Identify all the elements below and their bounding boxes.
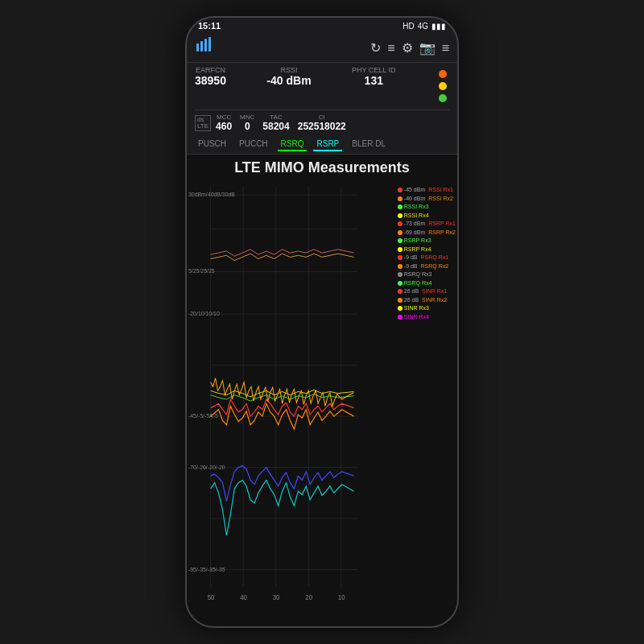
app-logo: [195, 37, 213, 59]
mcc-label: MCC: [216, 114, 232, 121]
svg-text:20: 20: [305, 593, 312, 601]
earfcn-value: 38950: [195, 74, 226, 87]
svg-rect-1: [200, 41, 203, 52]
legend-rsrq-rx1: -9 dB RSRQ Rx1: [398, 254, 456, 262]
earfcn-metric: EARFCN 38950: [195, 66, 226, 106]
settings-icon[interactable]: ⚙: [402, 40, 413, 56]
phy-cell-metric: Phy Cell ID 131: [352, 66, 396, 106]
list-icon[interactable]: ≡: [387, 41, 394, 56]
network-info: MCC 460 MNC 0 TAC 58204 CI 252518022: [216, 114, 346, 132]
legend-rsrq-rx3: RSRQ Rx3: [398, 270, 456, 279]
menu-icon[interactable]: ≡: [442, 41, 449, 56]
toolbar: ↻ ≡ ⚙ 📷 ≡: [187, 34, 457, 63]
refresh-icon[interactable]: ↻: [370, 40, 381, 56]
camera-icon[interactable]: 📷: [419, 40, 436, 56]
tab-rsrq[interactable]: RSRQ: [278, 138, 308, 151]
ci-metric: CI 252518022: [298, 114, 346, 132]
ci-label: CI: [298, 114, 346, 121]
legend-rssi-rx4: RSSI Rx4: [398, 212, 456, 221]
tac-label: TAC: [262, 114, 289, 121]
svg-text:-70/-20/-20/-20: -70/-20/-20/-20: [188, 464, 225, 471]
svg-text:5/25/25/25: 5/25/25/25: [188, 268, 215, 275]
legend-rssi-rx1: -45 dBm RSSI Rx1: [398, 186, 456, 195]
earfcn-label: EARFCN: [195, 66, 226, 74]
legend-rssi-rx3: RSSI Rx3: [398, 203, 456, 212]
phy-cell-label: Phy Cell ID: [352, 66, 396, 74]
status-bar: 15:11 HD 4G ▮▮▮: [187, 18, 457, 34]
tac-metric: TAC 58204: [262, 114, 289, 132]
phy-cell-value: 131: [352, 74, 396, 87]
mcc-value: 460: [216, 121, 232, 132]
legend-rsrp-rx1: -73 dBm RSRP Rx1: [398, 220, 456, 229]
mnc-label: MNC: [240, 114, 254, 121]
tab-bler-dl[interactable]: BLER DL: [349, 138, 389, 151]
svg-text:-20/10/10/10: -20/10/10/10: [188, 311, 220, 317]
legend-rsrp-rx2: -69 dBm RSRP Rx2: [398, 229, 456, 237]
tab-pusch[interactable]: PUSCH: [195, 138, 229, 151]
legend-rsrp-rx3: RSRP Rx3: [398, 237, 456, 246]
svg-rect-3: [208, 37, 211, 52]
tab-pucch[interactable]: PUCCH: [236, 138, 271, 151]
legend-rsrp-rx4: RSRP Rx4: [398, 246, 456, 254]
legend-sinr-rx1: 26 dB SINR Rx1: [398, 287, 456, 296]
tab-rsrp[interactable]: RSRP: [313, 138, 342, 151]
rssi-metric: RSSI -40 dBm: [266, 66, 311, 106]
legend-rsrq-rx4: RSRQ Rx4: [398, 279, 456, 288]
svg-text:-95/-35/-35/-35: -95/-35/-35/-35: [188, 566, 225, 572]
metrics-row-1: EARFCN 38950 RSSI -40 dBm Phy Cell ID 13…: [195, 66, 449, 110]
signal-icon-area: [436, 66, 449, 106]
legend-rssi-rx2: -40 dBm RSSI Rx2: [398, 195, 456, 204]
svg-point-4: [439, 70, 447, 78]
svg-point-5: [439, 82, 447, 90]
svg-point-6: [439, 94, 447, 102]
tabs-bar: PUSCH PUCCH RSRQ RSRP BLER DL: [187, 135, 457, 155]
rssi-label: RSSI: [266, 66, 311, 74]
status-icons: HD 4G ▮▮▮: [402, 22, 446, 31]
svg-text:40: 40: [240, 593, 247, 601]
svg-text:10: 10: [338, 593, 345, 601]
metrics-panel: EARFCN 38950 RSSI -40 dBm Phy Cell ID 13…: [187, 63, 457, 135]
legend-rsrq-rx2: -9 dB RSRQ Rx2: [398, 262, 456, 271]
time-display: 15:11: [198, 21, 221, 31]
phone-frame: 15:11 HD 4G ▮▮▮ ↻ ≡ ⚙ 📷 ≡ EARFCN 38950: [185, 16, 459, 628]
rssi-value: -40 dBm: [266, 74, 311, 87]
hd-badge: HD: [402, 22, 414, 31]
mcc-metric: MCC 460: [216, 114, 232, 132]
tac-value: 58204: [262, 121, 289, 132]
chart-container: 30dBm/40dB/30dB 5/25/25/25 -20/10/10/10 …: [187, 178, 457, 621]
chart-area: LTE MIMO Measurements: [187, 155, 457, 626]
svg-rect-2: [204, 39, 207, 52]
ci-value: 252518022: [298, 121, 346, 132]
svg-text:30: 30: [273, 593, 280, 601]
svg-text:50: 50: [208, 593, 215, 601]
chart-legend: -45 dBm RSSI Rx1 -40 dBm RSSI Rx2 RSSI R…: [398, 186, 456, 321]
legend-sinr-rx4: SINR Rx4: [398, 313, 456, 322]
legend-sinr-rx2: 26 dB SINR Rx2: [398, 296, 456, 305]
legend-sinr-rx3: SINR Rx3: [398, 304, 456, 313]
battery-icon: ▮▮▮: [431, 22, 446, 31]
metrics-row-2: ds LTE MCC 460 MNC 0 TAC 58204 CI 2: [195, 114, 449, 132]
mnc-value: 0: [240, 121, 254, 132]
lte-ds-badge: ds LTE: [195, 115, 211, 131]
mnc-metric: MNC 0: [240, 114, 254, 132]
chart-title: LTE MIMO Measurements: [187, 155, 457, 178]
svg-rect-0: [196, 43, 199, 52]
signal-badge: 4G: [418, 22, 428, 31]
svg-text:30dBm/40dB/30dB: 30dBm/40dB/30dB: [188, 192, 235, 198]
